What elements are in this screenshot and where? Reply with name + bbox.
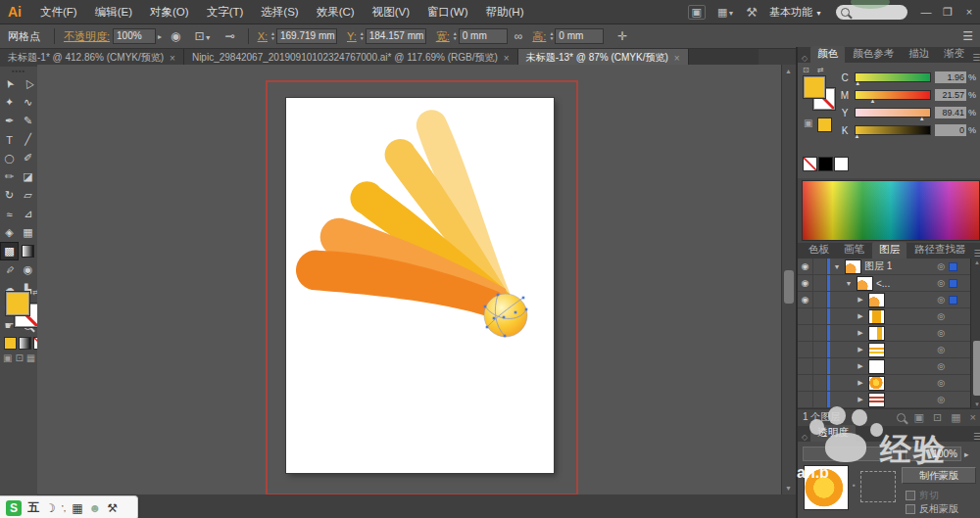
artwork-shuttlecock[interactable] (37, 65, 781, 494)
delete-layer-icon[interactable]: × (970, 411, 976, 423)
none-swatch[interactable] (803, 157, 817, 171)
target-icon[interactable]: ◎ (937, 261, 945, 271)
line-segment-tool[interactable]: ╱ (19, 130, 37, 149)
ime-settings-wrench-icon[interactable]: ⚒ (107, 501, 118, 515)
fill-swatch[interactable] (6, 292, 29, 315)
direct-selection-tool[interactable]: ▷ (19, 74, 37, 93)
tab-transparency[interactable]: 透明度 (810, 425, 856, 442)
locate-object-icon[interactable] (897, 413, 906, 422)
target-icon[interactable]: ◎ (937, 345, 945, 354)
lock-cell[interactable] (813, 292, 827, 307)
lock-cell[interactable] (813, 308, 827, 324)
slider-thumb[interactable]: ▲ (869, 98, 875, 104)
make-mask-button[interactable]: 制作蒙版 (902, 467, 976, 484)
ime-punctuation-icon[interactable]: ’, (62, 503, 67, 513)
ime-keyboard-icon[interactable]: ▦ (72, 501, 82, 515)
rotate-tool[interactable]: ↻ (0, 186, 19, 205)
workspace-switcher[interactable]: 基本功能 ▼ (769, 5, 822, 20)
color-button[interactable] (4, 337, 17, 350)
menu-object[interactable]: 对象(O) (141, 5, 198, 20)
out-of-gamut-cube-icon[interactable]: ▣ (804, 118, 812, 128)
gamut-swatch[interactable] (817, 118, 832, 132)
ime-wubi-toggle[interactable]: 五 (27, 499, 39, 516)
width-label[interactable]: 宽: (436, 29, 450, 44)
object-thumbnail[interactable] (804, 465, 849, 510)
slider-thumb[interactable]: ▲ (919, 116, 925, 121)
lock-cell[interactable] (813, 392, 827, 407)
tab-pathfinder[interactable]: 路径查找器 (907, 242, 973, 259)
close-button[interactable]: × (958, 6, 980, 18)
visibility-cell[interactable] (798, 358, 813, 374)
visibility-icon[interactable]: ◉ (798, 292, 813, 307)
style-icon[interactable]: ◉ (171, 29, 180, 43)
tab-close-icon[interactable]: × (170, 53, 175, 64)
ime-logo[interactable]: S (6, 500, 22, 516)
opacity-label[interactable]: 不透明度: (64, 29, 110, 44)
layer-row-8[interactable]: ▶ ◎ (798, 375, 970, 392)
draw-inside-icon[interactable]: ▦ (26, 353, 35, 363)
layer-row-1[interactable]: ◉ ▼ 图层 1 ◎ (798, 259, 970, 275)
tab-layers[interactable]: 图层 (872, 242, 906, 259)
layer-row-9[interactable]: ▶ ◎ (798, 392, 970, 408)
scroll-down-icon[interactable]: ▼ (974, 401, 980, 407)
scale-tool[interactable]: ▱ (19, 186, 37, 205)
menu-effect[interactable]: 效果(C) (308, 5, 364, 20)
x-field[interactable]: 169.719 mm (276, 28, 337, 44)
lasso-tool[interactable]: ∿ (19, 93, 37, 112)
clip-checkbox-row[interactable]: 剪切 (906, 489, 939, 502)
width-field[interactable]: 0 mm (459, 28, 508, 44)
target-icon[interactable]: ◎ (937, 295, 945, 305)
menu-file[interactable]: 文件(F) (31, 5, 86, 20)
color-spectrum[interactable] (802, 180, 980, 241)
slider-thumb[interactable]: ▲ (855, 133, 860, 139)
height-label[interactable]: 高: (532, 29, 546, 44)
fill-proxy-icon[interactable]: ⊡ (803, 66, 809, 74)
selection-tool[interactable]: ➤ (0, 74, 19, 93)
eyedropper-tool[interactable]: ✑ (0, 260, 19, 279)
clipping-mask-icon[interactable]: ▣ (914, 411, 924, 424)
draw-normal-icon[interactable]: ▣ (3, 353, 12, 363)
black-slider[interactable]: ▲ (855, 125, 931, 135)
expander-icon[interactable]: ▶ (856, 296, 865, 304)
menu-help[interactable]: 帮助(H) (477, 5, 533, 20)
target-icon[interactable]: ◎ (937, 278, 945, 288)
expander-icon[interactable]: ▶ (856, 362, 865, 370)
layer-row-2[interactable]: ◉ ▼ <... ◎ (798, 275, 970, 292)
tab-brushes[interactable]: 画笔 (837, 242, 871, 259)
restore-button[interactable]: ❐ (937, 6, 958, 19)
blend-mode-dropdown[interactable] (803, 447, 901, 461)
clip-checkbox[interactable] (906, 491, 915, 500)
black-swatch[interactable] (818, 157, 833, 171)
blend-tool[interactable]: ◉ (19, 260, 37, 279)
panel-collapse-icon[interactable]: ☰ (962, 29, 973, 43)
shape-builder-tool[interactable]: ◈ (0, 223, 19, 242)
target-icon[interactable]: ◎ (937, 361, 945, 371)
gradient-button[interactable] (19, 337, 31, 350)
visibility-icon[interactable]: ◉ (798, 259, 813, 274)
document-setup-icon[interactable]: ⊡▼ (195, 29, 212, 43)
layer-name[interactable]: 图层 1 (864, 259, 892, 273)
visibility-cell[interactable] (798, 342, 813, 357)
gradient-tool[interactable] (19, 242, 37, 260)
scroll-up-icon[interactable]: ▲ (974, 259, 980, 265)
width-tool[interactable]: ≈ (0, 205, 19, 223)
channel-value[interactable]: 21.57 (935, 89, 966, 101)
expander-icon[interactable]: ▼ (844, 280, 854, 287)
layer-row-5[interactable]: ▶ ◎ (798, 325, 970, 342)
ime-toolbar[interactable]: S 五 ☽ ’, ▦ ☻ ⚒ (0, 495, 138, 518)
new-layer-icon[interactable]: ▦ (951, 411, 960, 424)
x-label[interactable]: X: (258, 30, 268, 42)
constrain-link-icon[interactable]: ∞ (514, 29, 523, 43)
channel-value[interactable]: 1.96 (935, 71, 966, 83)
y-field[interactable]: 184.157 mm (366, 28, 426, 44)
swap-icon[interactable]: ⇄ (817, 66, 824, 74)
invert-mask-checkbox[interactable] (906, 504, 915, 514)
layers-scroll-thumb[interactable] (973, 341, 980, 396)
width-stepper[interactable]: ▲▼ (453, 31, 458, 41)
layers-scrollbar[interactable]: ▲ ▼ (970, 259, 980, 408)
y-stepper[interactable]: ▲▼ (360, 31, 365, 41)
tab-close-icon[interactable]: × (674, 53, 680, 64)
anchor-point-tool[interactable]: ✎ (19, 112, 37, 130)
height-field[interactable]: 0 mm (555, 28, 604, 44)
ime-profile-icon[interactable]: ☻ (89, 501, 102, 515)
